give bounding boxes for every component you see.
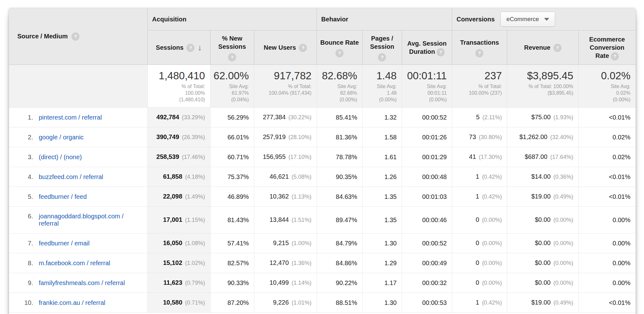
new-users-value: 10,499 xyxy=(269,279,289,286)
row-rank: 2. xyxy=(17,134,33,141)
new-sessions-cell: 90.33% xyxy=(210,273,254,293)
revenue-cell: $0.00(0.00%) xyxy=(507,273,578,293)
revenue-percent: (32.40%) xyxy=(550,134,573,140)
help-icon[interactable]: ? xyxy=(475,49,483,57)
pages-session-cell: 1.35 xyxy=(362,207,402,233)
sessions-percent: (26.39%) xyxy=(182,134,205,140)
avg-session-duration-cell: 00:01:26 xyxy=(402,127,452,147)
pages-session-cell: 1.35 xyxy=(362,187,402,207)
column-header-avg-session-duration[interactable]: Avg. Session Duration ? xyxy=(402,31,452,65)
help-icon[interactable]: ? xyxy=(72,32,79,40)
revenue-cell: $0.00(0.00%) xyxy=(507,233,578,253)
column-label: New Users xyxy=(264,44,296,51)
transactions-percent: (0.00%) xyxy=(482,240,502,246)
column-header-sessions[interactable]: Sessions ? ↓ xyxy=(147,31,210,65)
transactions-value: 0 xyxy=(476,216,479,223)
column-header-revenue[interactable]: Revenue ? xyxy=(507,31,578,65)
transactions-percent: (30.80%) xyxy=(479,134,502,140)
column-header-transactions[interactable]: Transactions ? xyxy=(452,31,507,65)
revenue-value: $19.00 xyxy=(531,193,550,200)
new-sessions-cell: 75.37% xyxy=(210,167,254,187)
bounce-rate-cell: 84.86% xyxy=(317,253,362,273)
help-icon[interactable]: ? xyxy=(611,52,619,60)
group-header-behavior: Behavior xyxy=(317,8,452,31)
sessions-percent: (1.08%) xyxy=(185,240,205,246)
transactions-cell: 1(0.42%) xyxy=(452,167,507,187)
column-header-pages-session[interactable]: Pages / Session ? xyxy=(362,31,402,65)
new-sessions-cell: 60.71% xyxy=(210,147,254,167)
sessions-value: 61,858 xyxy=(163,173,182,180)
bounce-rate-cell: 88.51% xyxy=(317,293,362,313)
conversion-rate-cell: <0.01% xyxy=(578,187,635,207)
dropdown-value: eCommerce xyxy=(506,16,539,23)
avg-session-duration-cell: 00:00:46 xyxy=(402,207,452,233)
help-icon[interactable]: ? xyxy=(187,44,194,52)
conversions-goal-dropdown[interactable]: eCommerce xyxy=(500,12,555,27)
summary-cell: $3,895.45% of Total: 100.00%($3,895.45) xyxy=(507,65,578,108)
source-medium-link[interactable]: familyfreshmeals.com / referral xyxy=(39,279,125,287)
revenue-cell: $0.00(0.00%) xyxy=(507,207,578,233)
column-header-new-users[interactable]: New Users ? xyxy=(254,31,317,65)
sessions-percent: (17.46%) xyxy=(182,154,205,160)
transactions-percent: (0.42%) xyxy=(482,193,502,200)
transactions-percent: (17.30%) xyxy=(479,154,502,160)
avg-session-duration-cell: 00:01:29 xyxy=(402,147,452,167)
column-header-bounce-rate[interactable]: Bounce Rate ? xyxy=(317,31,362,65)
help-icon[interactable]: ? xyxy=(437,48,445,56)
help-icon[interactable]: ? xyxy=(554,44,561,52)
new-users-cell: 257,919(28.10%) xyxy=(254,127,317,147)
revenue-value: $19.00 xyxy=(531,299,550,306)
summary-subtext: % of Total:100.00% (237) xyxy=(455,83,502,96)
table-row: 1.pinterest.com / referral492,784(33.29%… xyxy=(9,108,635,127)
source-medium-link[interactable]: m.facebook.com / referral xyxy=(39,260,110,267)
source-medium-link[interactable]: pinterest.com / referral xyxy=(39,114,102,121)
sort-descending-icon[interactable]: ↓ xyxy=(198,44,202,52)
column-header-ecommerce-conversion-rate[interactable]: Ecommerce Conversion Rate ? xyxy=(578,31,635,65)
transactions-percent: (0.00%) xyxy=(482,217,502,223)
help-icon[interactable]: ? xyxy=(299,44,307,52)
revenue-percent: (0.49%) xyxy=(554,300,573,306)
column-header-new-sessions[interactable]: % New Sessions ? xyxy=(210,31,254,65)
transactions-percent: (0.42%) xyxy=(482,174,502,180)
table-row: 10.frankie.com.au / referral10,580(0.71%… xyxy=(9,293,635,313)
conversion-rate-cell: 0.00% xyxy=(578,207,635,233)
help-icon[interactable]: ? xyxy=(378,53,386,61)
source-medium-cell: 1.pinterest.com / referral xyxy=(9,108,147,127)
new-users-value: 10,362 xyxy=(269,193,289,200)
transactions-value: 1 xyxy=(476,173,479,180)
pages-session-cell: 1.32 xyxy=(362,108,402,127)
summary-value: 00:01:11 xyxy=(405,70,447,82)
source-medium-table: Source / Medium ? Acquisition Behavior C… xyxy=(9,8,635,313)
help-icon[interactable]: ? xyxy=(228,53,236,61)
summary-value: 1,480,410 xyxy=(150,70,205,82)
source-medium-link[interactable]: feedburner / feed xyxy=(39,193,87,200)
table-row: 9.familyfreshmeals.com / referral11,623(… xyxy=(9,273,635,293)
new-users-value: 12,470 xyxy=(269,259,289,266)
transactions-cell: 0(0.00%) xyxy=(452,207,507,233)
source-medium-link[interactable]: google / organic xyxy=(39,134,83,141)
transactions-value: 41 xyxy=(469,153,476,160)
summary-cell: 237% of Total:100.00% (237) xyxy=(452,65,507,108)
source-medium-link[interactable]: feedburner / email xyxy=(39,240,89,247)
column-label: Sessions xyxy=(156,44,184,51)
row-rank: 6. xyxy=(17,213,33,220)
transactions-value: 1 xyxy=(476,193,479,200)
sessions-value: 258,539 xyxy=(156,153,179,160)
pages-session-cell: 1.26 xyxy=(362,167,402,187)
source-medium-link[interactable]: joannagoddard.blogspot.com / referral xyxy=(39,213,142,227)
source-medium-link[interactable]: (direct) / (none) xyxy=(39,154,82,161)
column-header-source-medium[interactable]: Source / Medium ? xyxy=(9,8,147,65)
summary-cell: 1.48Site Avg:1.48(0.00%) xyxy=(362,65,402,108)
source-medium-link[interactable]: frankie.com.au / referral xyxy=(39,299,105,306)
revenue-value: $0.00 xyxy=(535,216,550,223)
group-header-conversions: Conversions eCommerce xyxy=(452,8,635,31)
sessions-percent: (1.02%) xyxy=(185,260,205,266)
revenue-cell: $687.00(17.64%) xyxy=(507,147,578,167)
sessions-value: 15,102 xyxy=(163,259,182,266)
source-medium-link[interactable]: buzzfeed.com / referral xyxy=(39,173,103,181)
new-users-percent: (17.10%) xyxy=(289,154,312,160)
summary-value: 82.68% xyxy=(319,70,357,82)
help-icon[interactable]: ? xyxy=(336,49,343,57)
summary-subtext: Site Avg:0.02%(0.00%) xyxy=(581,83,630,103)
conversion-rate-cell: <0.01% xyxy=(578,167,635,187)
